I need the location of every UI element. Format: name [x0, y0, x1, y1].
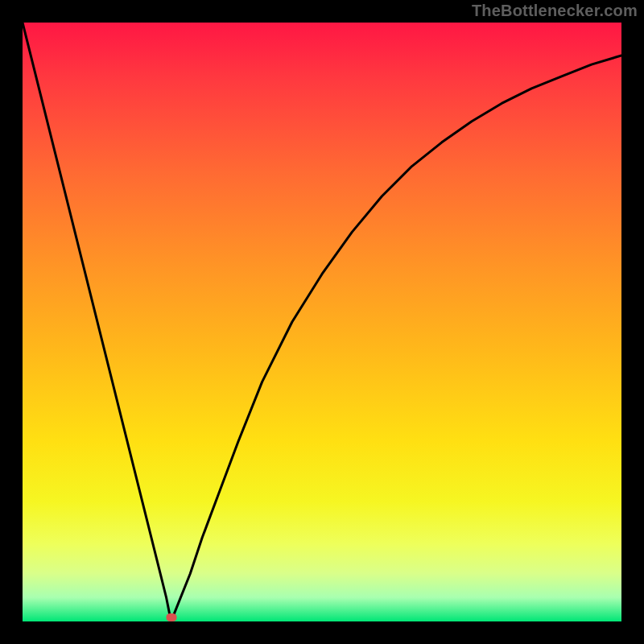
- optimal-marker: [166, 613, 176, 621]
- plot-area: [23, 23, 621, 621]
- bottleneck-curve: [23, 23, 621, 621]
- chart-frame: TheBottlenecker.com: [0, 0, 644, 644]
- watermark-text: TheBottlenecker.com: [472, 2, 638, 20]
